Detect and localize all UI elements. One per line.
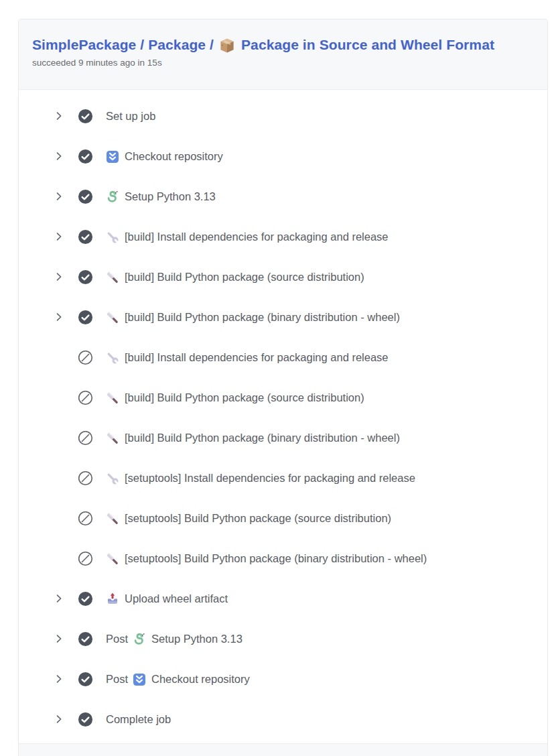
step-row[interactable]: Complete job [19, 699, 547, 739]
chevron-right-icon[interactable] [54, 232, 64, 241]
status-success-icon [78, 712, 93, 727]
step-content: PostSetup Python 3.13 [106, 632, 243, 645]
step-content: PostCheckout repository [106, 672, 250, 686]
step-label: [setuptools] Build Python package (sourc… [125, 512, 391, 525]
steps-list: Set up jobCheckout repositorySetup Pytho… [19, 90, 547, 739]
status-success-icon [78, 109, 93, 124]
run-header: SimplePackage / Package / Package in Sou… [19, 19, 547, 90]
hammer-icon [106, 512, 119, 525]
hammer-icon [106, 311, 119, 324]
python-icon [133, 633, 146, 646]
step-label: [build] Install dependencies for packagi… [125, 231, 389, 243]
step-row: [setuptools] Install dependencies for pa… [19, 458, 547, 498]
package-icon [219, 38, 235, 54]
status-success-icon [78, 591, 93, 607]
step-label: Checkout repository [125, 150, 223, 163]
step-label: Checkout repository [151, 673, 250, 686]
job-name[interactable]: Package in Source and Wheel Format [241, 37, 494, 53]
chevron-right-icon[interactable] [54, 192, 64, 201]
download-icon [106, 150, 119, 164]
step-label: Complete job [106, 713, 171, 726]
hammer-icon [106, 391, 119, 405]
run-title[interactable]: SimplePackage / Package / Package in Sou… [32, 37, 534, 53]
step-label: Upload wheel artifact [125, 592, 228, 605]
step-row[interactable]: Upload wheel artifact [19, 578, 547, 619]
step-row[interactable]: [build] Install dependencies for packagi… [19, 216, 547, 257]
step-row[interactable]: [build] Build Python package (binary dis… [19, 297, 547, 337]
step-content: [setuptools] Install dependencies for pa… [106, 471, 415, 485]
status-success-icon [78, 189, 93, 204]
step-label: [build] Build Python package (source dis… [125, 271, 364, 284]
workflow-run-card: SimplePackage / Package / Package in Sou… [18, 19, 548, 756]
step-content: [build] Build Python package (source dis… [106, 391, 364, 404]
chevron-right-icon[interactable] [54, 111, 64, 121]
step-row[interactable]: [build] Build Python package (source dis… [19, 257, 547, 297]
step-prefix: Post [106, 633, 128, 645]
step-content: [build] Build Python package (binary dis… [106, 431, 400, 444]
step-row[interactable]: PostCheckout repository [19, 659, 547, 699]
step-label: [build] Build Python package (binary dis… [125, 432, 400, 444]
wrench-icon [106, 351, 119, 365]
status-skipped-icon [78, 551, 93, 566]
step-content: Set up job [106, 110, 155, 123]
step-content: Setup Python 3.13 [106, 190, 216, 203]
step-content: [build] Install dependencies for packagi… [106, 230, 389, 243]
step-row: [build] Build Python package (binary dis… [19, 418, 547, 458]
chevron-right-icon[interactable] [54, 312, 64, 322]
step-label: [setuptools] Install dependencies for pa… [125, 472, 415, 485]
status-success-icon [78, 631, 93, 647]
step-label: [setuptools] Build Python package (binar… [125, 552, 427, 565]
run-breadcrumb[interactable]: SimplePackage / Package / [32, 37, 214, 53]
step-row[interactable]: Set up job [19, 96, 547, 136]
step-content: Complete job [106, 713, 171, 726]
status-success-icon [78, 310, 93, 325]
download-icon [133, 673, 146, 686]
run-footer [18, 743, 548, 756]
status-skipped-icon [78, 470, 93, 486]
status-skipped-icon [78, 430, 93, 446]
chevron-right-icon[interactable] [54, 594, 64, 603]
hammer-icon [106, 552, 119, 566]
step-row: [setuptools] Build Python package (binar… [19, 538, 547, 578]
step-row: [setuptools] Build Python package (sourc… [19, 498, 547, 538]
status-success-icon [78, 672, 93, 687]
step-label: [build] Build Python package (binary dis… [125, 311, 400, 324]
step-row[interactable]: PostSetup Python 3.13 [19, 619, 547, 659]
step-label: Setup Python 3.13 [125, 190, 216, 203]
status-skipped-icon [78, 390, 93, 405]
hammer-icon [106, 432, 119, 445]
wrench-icon [106, 472, 119, 485]
step-row: [build] Build Python package (source dis… [19, 377, 547, 418]
step-content: Checkout repository [106, 149, 223, 163]
step-prefix: Post [106, 673, 128, 686]
chevron-right-icon[interactable] [54, 714, 64, 724]
step-content: [setuptools] Build Python package (sourc… [106, 511, 391, 525]
status-success-icon [78, 229, 93, 245]
step-row: [build] Install dependencies for packagi… [19, 337, 547, 377]
chevron-right-icon[interactable] [54, 674, 64, 684]
status-skipped-icon [78, 350, 93, 365]
chevron-right-icon[interactable] [54, 151, 64, 161]
status-skipped-icon [78, 511, 93, 526]
run-status-line: succeeded 9 minutes ago in 15s [32, 58, 534, 68]
step-content: [build] Build Python package (binary dis… [106, 310, 400, 324]
chevron-right-icon[interactable] [54, 634, 64, 643]
step-content: Upload wheel artifact [106, 592, 228, 605]
wrench-icon [106, 231, 119, 244]
status-success-icon [78, 269, 93, 285]
python-icon [106, 190, 119, 204]
step-label: [build] Build Python package (source dis… [125, 391, 364, 404]
status-success-icon [78, 149, 93, 164]
step-content: [build] Build Python package (source dis… [106, 270, 364, 284]
step-content: [setuptools] Build Python package (binar… [106, 552, 427, 565]
step-label: Setup Python 3.13 [151, 633, 243, 645]
step-label: Set up job [106, 110, 155, 123]
step-label: [build] Install dependencies for packagi… [125, 351, 389, 364]
chevron-right-icon[interactable] [54, 272, 64, 281]
step-row[interactable]: Checkout repository [19, 136, 547, 176]
step-row[interactable]: Setup Python 3.13 [19, 176, 547, 216]
upload-icon [106, 592, 119, 606]
hammer-icon [106, 271, 119, 284]
step-content: [build] Install dependencies for packagi… [106, 351, 389, 364]
